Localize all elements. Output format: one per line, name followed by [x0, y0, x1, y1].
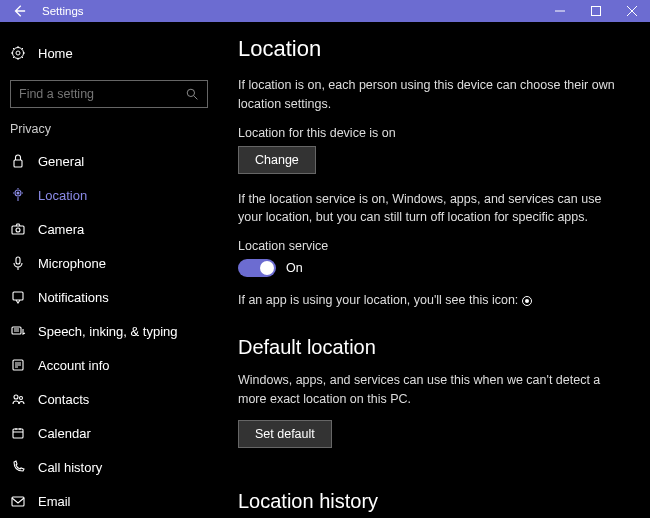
- sidebar-item-location[interactable]: Location: [0, 178, 218, 212]
- back-arrow-icon: [12, 4, 26, 18]
- home-button[interactable]: Home: [0, 36, 218, 70]
- nav-item-label: Account info: [38, 358, 110, 373]
- svg-point-3: [187, 89, 194, 96]
- account-icon: [10, 357, 26, 373]
- lock-icon: [10, 153, 26, 169]
- svg-point-14: [20, 397, 23, 400]
- notifications-icon: [10, 289, 26, 305]
- svg-rect-15: [13, 429, 23, 438]
- nav-item-label: Speech, inking, & typing: [38, 324, 177, 339]
- close-icon: [627, 6, 637, 16]
- section-label: Privacy: [0, 122, 218, 144]
- page-heading-history: Location history: [238, 490, 622, 513]
- location-target-icon: [522, 296, 532, 306]
- svg-rect-16: [12, 497, 24, 506]
- search-input[interactable]: [19, 87, 186, 101]
- svg-rect-4: [14, 160, 22, 167]
- sidebar-item-camera[interactable]: Camera: [0, 212, 218, 246]
- change-button[interactable]: Change: [238, 146, 316, 174]
- svg-point-13: [14, 395, 18, 399]
- window-title: Settings: [42, 5, 84, 17]
- nav-item-label: General: [38, 154, 84, 169]
- sidebar: Home Privacy GeneralLocationCameraMicrop…: [0, 22, 218, 518]
- close-button[interactable]: [614, 0, 650, 22]
- maximize-button[interactable]: [578, 0, 614, 22]
- contacts-icon: [10, 391, 26, 407]
- nav-item-label: Location: [38, 188, 87, 203]
- svg-rect-7: [12, 226, 24, 234]
- device-status-label: Location for this device is on: [238, 126, 622, 140]
- titlebar: Settings: [0, 0, 650, 22]
- page-heading-location: Location: [238, 36, 622, 62]
- set-default-button[interactable]: Set default: [238, 420, 332, 448]
- sidebar-item-notifications[interactable]: Notifications: [0, 280, 218, 314]
- call-icon: [10, 459, 26, 475]
- back-button[interactable]: [4, 0, 34, 22]
- maximize-icon: [591, 6, 601, 16]
- camera-icon: [10, 221, 26, 237]
- minimize-icon: [555, 6, 565, 16]
- sidebar-item-microphone[interactable]: Microphone: [0, 246, 218, 280]
- toggle-state-label: On: [286, 261, 303, 275]
- service-desc-text: If the location service is on, Windows, …: [238, 190, 622, 228]
- calendar-icon: [10, 425, 26, 441]
- sidebar-item-general[interactable]: General: [0, 144, 218, 178]
- service-label: Location service: [238, 239, 622, 253]
- sidebar-item-speech-inking-typing[interactable]: Speech, inking, & typing: [0, 314, 218, 348]
- gear-icon: [10, 45, 26, 61]
- svg-rect-10: [13, 292, 23, 300]
- email-icon: [10, 493, 26, 509]
- minimize-button[interactable]: [542, 0, 578, 22]
- location-icon: [10, 187, 26, 203]
- sidebar-item-account-info[interactable]: Account info: [0, 348, 218, 382]
- sidebar-item-call-history[interactable]: Call history: [0, 450, 218, 484]
- svg-point-8: [16, 228, 20, 232]
- nav-item-label: Contacts: [38, 392, 89, 407]
- nav-item-label: Calendar: [38, 426, 91, 441]
- svg-point-2: [16, 51, 20, 55]
- page-heading-default-location: Default location: [238, 336, 622, 359]
- speech-icon: [10, 323, 26, 339]
- svg-rect-9: [16, 257, 20, 264]
- nav-item-label: Microphone: [38, 256, 106, 271]
- icon-note-text: If an app is using your location, you'll…: [238, 291, 622, 310]
- nav-item-label: Camera: [38, 222, 84, 237]
- default-location-desc: Windows, apps, and services can use this…: [238, 371, 622, 409]
- svg-point-6: [17, 192, 19, 194]
- location-service-toggle-row: On: [238, 259, 622, 277]
- location-intro-text: If location is on, each person using thi…: [238, 76, 622, 114]
- content-pane: Location If location is on, each person …: [218, 22, 650, 518]
- microphone-icon: [10, 255, 26, 271]
- location-service-toggle[interactable]: [238, 259, 276, 277]
- search-icon: [186, 88, 199, 101]
- svg-rect-0: [592, 7, 601, 16]
- sidebar-item-contacts[interactable]: Contacts: [0, 382, 218, 416]
- home-label: Home: [38, 46, 73, 61]
- sidebar-item-calendar[interactable]: Calendar: [0, 416, 218, 450]
- nav-item-label: Notifications: [38, 290, 109, 305]
- search-box[interactable]: [10, 80, 208, 108]
- sidebar-item-email[interactable]: Email: [0, 484, 218, 518]
- nav-item-label: Call history: [38, 460, 102, 475]
- nav-item-label: Email: [38, 494, 71, 509]
